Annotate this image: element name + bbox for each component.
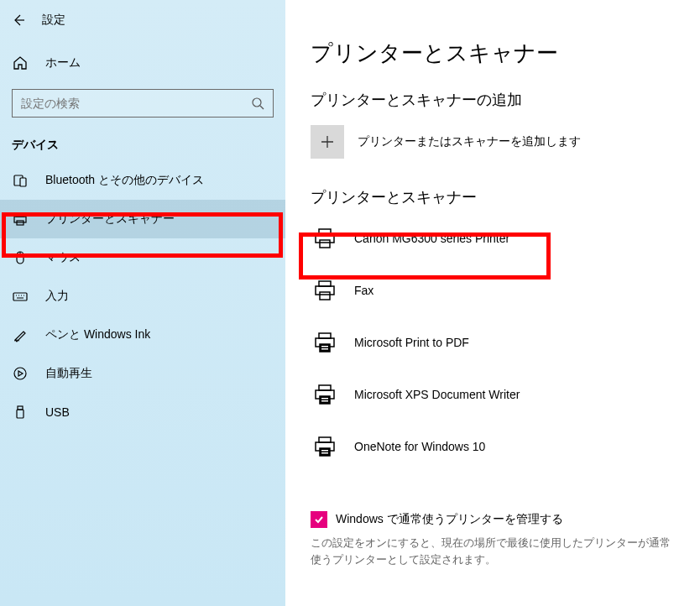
svg-rect-13 (320, 240, 330, 248)
svg-rect-21 (321, 348, 328, 350)
printer-icon (311, 276, 339, 305)
home-label: ホーム (45, 55, 81, 71)
svg-rect-30 (321, 450, 328, 452)
device-name: Fax (354, 284, 374, 297)
sidebar-item-pen[interactable]: ペンと Windows Ink (0, 316, 285, 354)
sidebar-item-typing[interactable]: 入力 (0, 277, 285, 316)
sidebar-item-label: プリンターとスキャナー (45, 212, 175, 227)
printer-icon (12, 211, 29, 227)
svg-rect-7 (13, 293, 27, 300)
device-name: Microsoft XPS Document Writer (354, 388, 520, 401)
add-section-header: プリンターとスキャナーの追加 (311, 90, 675, 110)
manage-description: この設定をオンにすると、現在の場所で最後に使用したプリンターが通常使うプリンター… (311, 535, 675, 568)
printer-icon (311, 432, 339, 461)
svg-rect-15 (316, 286, 334, 295)
device-item[interactable]: Canon MG6300 series Printer (311, 212, 675, 264)
svg-rect-26 (321, 400, 328, 402)
svg-rect-27 (319, 437, 331, 442)
svg-rect-31 (321, 452, 328, 454)
svg-rect-14 (319, 281, 331, 286)
printer-icon (311, 380, 339, 409)
add-label: プリンターまたはスキャナーを追加します (358, 134, 581, 149)
search-icon (251, 97, 264, 110)
category-label: デバイス (0, 126, 285, 161)
sidebar-item-usb[interactable]: USB (0, 393, 285, 431)
svg-rect-12 (316, 234, 334, 243)
printer-icon (311, 328, 339, 357)
sidebar-item-label: 入力 (45, 289, 69, 304)
page-title: プリンターとスキャナー (311, 39, 675, 68)
svg-rect-24 (320, 396, 330, 404)
usb-icon (12, 404, 29, 421)
sidebar-item-label: 自動再生 (45, 366, 92, 381)
device-name: OneNote for Windows 10 (354, 440, 485, 453)
svg-rect-20 (321, 346, 328, 347)
svg-rect-9 (18, 406, 23, 410)
svg-rect-11 (319, 229, 331, 234)
manage-default-checkbox[interactable]: Windows で通常使うプリンターを管理する (311, 511, 675, 528)
sidebar-item-label: USB (45, 405, 70, 419)
device-item[interactable]: Microsoft XPS Document Writer (311, 368, 675, 421)
svg-point-8 (14, 368, 26, 379)
mouse-icon (12, 249, 29, 266)
sidebar-item-label: マウス (45, 250, 81, 265)
pen-icon (12, 327, 29, 343)
svg-rect-19 (320, 344, 330, 352)
svg-point-0 (253, 98, 261, 107)
device-item[interactable]: Fax (311, 264, 675, 316)
svg-rect-10 (17, 410, 24, 418)
add-printer-row[interactable]: プリンターまたはスキャナーを追加します (311, 125, 675, 159)
devices-icon (12, 172, 29, 189)
home-icon (12, 55, 29, 71)
device-item[interactable]: Microsoft Print to PDF (311, 316, 675, 368)
svg-rect-4 (14, 217, 26, 222)
sidebar-item-bluetooth[interactable]: Bluetooth とその他のデバイス (0, 161, 285, 200)
search-input[interactable] (12, 89, 274, 118)
svg-rect-3 (16, 213, 24, 217)
device-item[interactable]: OneNote for Windows 10 (311, 421, 675, 473)
sidebar-item-label: ペンと Windows Ink (45, 327, 150, 342)
add-tile[interactable] (311, 125, 344, 159)
sidebar-item-autoplay[interactable]: 自動再生 (0, 354, 285, 393)
back-button[interactable] (12, 13, 25, 27)
printer-icon (311, 224, 339, 253)
sidebar-item-printers[interactable]: プリンターとスキャナー (0, 200, 285, 238)
sidebar-item-label: Bluetooth とその他のデバイス (45, 173, 204, 188)
svg-rect-25 (321, 398, 328, 400)
device-name: Microsoft Print to PDF (354, 336, 469, 349)
sidebar-item-mouse[interactable]: マウス (0, 238, 285, 277)
keyboard-icon (12, 288, 29, 305)
svg-rect-17 (319, 333, 331, 338)
list-section-header: プリンターとスキャナー (311, 187, 675, 207)
svg-rect-16 (320, 292, 330, 300)
checkbox-checked-icon (311, 511, 327, 528)
autoplay-icon (12, 365, 29, 382)
device-name: Canon MG6300 series Printer (354, 232, 509, 245)
svg-rect-2 (20, 178, 26, 186)
svg-rect-22 (319, 385, 331, 390)
checkbox-label: Windows で通常使うプリンターを管理する (336, 512, 563, 527)
sidebar-home[interactable]: ホーム (0, 45, 285, 81)
settings-title: 設定 (42, 13, 65, 28)
svg-rect-29 (320, 448, 330, 456)
search-field[interactable] (21, 97, 251, 110)
